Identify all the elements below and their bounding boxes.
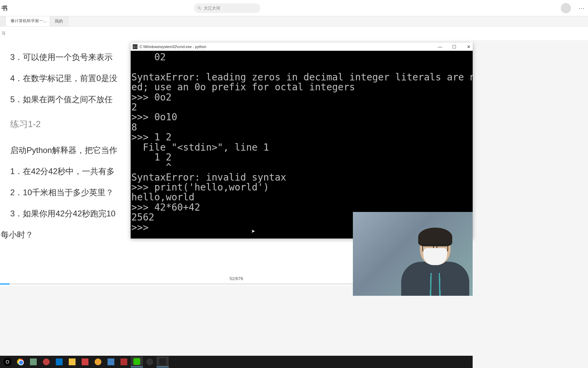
breadcrumb: 习 (0, 27, 588, 40)
taskbar-wechat[interactable] (131, 356, 143, 367)
progress-fill (0, 283, 10, 285)
search-icon (197, 6, 202, 11)
more-menu-icon[interactable]: ⋯ (578, 4, 585, 12)
cmd-titlebar[interactable]: C:\ C:\Windows\system32\cmd.exe - python… (131, 43, 473, 51)
cmd-window[interactable]: C:\ C:\Windows\system32\cmd.exe - python… (131, 43, 473, 239)
taskbar-files[interactable] (66, 356, 78, 367)
maximize-button[interactable]: ☐ (451, 44, 458, 49)
search-input[interactable] (204, 6, 257, 11)
taskbar-adobe[interactable] (118, 356, 130, 367)
cmd-title: C:\Windows\system32\cmd.exe - python (140, 45, 206, 49)
taskbar-sun[interactable] (92, 356, 104, 367)
taskbar: O (0, 356, 473, 368)
breadcrumb-text: 习 (1, 31, 5, 36)
minimize-button[interactable]: — (437, 44, 443, 49)
tab-active-label: 像计算机科学家一... (11, 18, 47, 24)
tab-active[interactable]: 像计算机科学家一... ✕ (6, 16, 50, 26)
taskbar-outlook[interactable] (53, 356, 65, 367)
tab-first[interactable] (0, 16, 6, 26)
taskbar-video[interactable] (105, 356, 117, 367)
tab-strip: 像计算机科学家一... ✕ 我的 (0, 16, 588, 27)
webcam-person (405, 224, 466, 296)
taskbar-start[interactable]: O (1, 356, 14, 367)
taskbar-obs[interactable] (144, 356, 156, 367)
app-header: 书 ⋯ (0, 0, 588, 16)
taskbar-terminal[interactable] (157, 356, 169, 367)
window-controls: — ☐ ✕ (437, 44, 472, 49)
close-button[interactable]: ✕ (465, 44, 472, 49)
cmd-output[interactable]: 02 SyntaxError: leading zeros in decimal… (131, 51, 473, 239)
tab-mine[interactable]: 我的 (50, 16, 68, 26)
app-logo: 书 (0, 4, 7, 12)
taskbar-pdf[interactable] (79, 356, 91, 367)
taskbar-chrome[interactable] (14, 356, 27, 367)
cmd-icon: C:\ (133, 44, 137, 49)
search-box[interactable] (194, 3, 260, 13)
avatar[interactable] (561, 3, 571, 13)
taskbar-notes[interactable] (27, 356, 39, 367)
webcam-overlay (353, 212, 473, 296)
taskbar-search[interactable] (40, 356, 52, 367)
